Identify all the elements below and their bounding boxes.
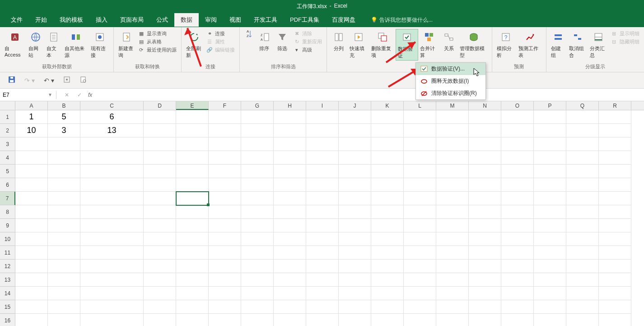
cell-R1[interactable]: [599, 110, 631, 124]
cell-O4[interactable]: [501, 151, 534, 165]
cell-B13[interactable]: [48, 273, 80, 287]
namebox-dropdown-icon[interactable]: ▼: [45, 92, 55, 97]
cell-F14[interactable]: [209, 287, 241, 300]
cell-G5[interactable]: [241, 165, 274, 178]
cell-O10[interactable]: [501, 232, 534, 246]
row-header-13[interactable]: 13: [0, 273, 15, 287]
cell-N14[interactable]: [469, 287, 501, 300]
cell-P3[interactable]: [534, 137, 566, 151]
cell-P5[interactable]: [534, 165, 566, 178]
cell-K3[interactable]: [371, 137, 404, 151]
from-web-button[interactable]: 自网站: [27, 29, 45, 60]
cell-E7[interactable]: [176, 192, 209, 205]
cell-I11[interactable]: [306, 246, 339, 260]
cell-F4[interactable]: [209, 151, 241, 165]
cell-E13[interactable]: [176, 273, 209, 287]
cell-E5[interactable]: [176, 165, 209, 178]
col-header-N[interactable]: N: [469, 101, 501, 110]
tab-templates[interactable]: 我的模板: [53, 13, 89, 27]
text-to-columns-button[interactable]: 分列: [330, 29, 348, 53]
cell-E3[interactable]: [176, 137, 209, 151]
cell-Q10[interactable]: [566, 232, 599, 246]
cell-L16[interactable]: [404, 314, 436, 326]
save-button[interactable]: [8, 76, 15, 85]
cell-H6[interactable]: [274, 178, 306, 192]
cell-P1[interactable]: [534, 110, 566, 124]
cell-H3[interactable]: [274, 137, 306, 151]
cell-M3[interactable]: [436, 137, 469, 151]
cell-A2[interactable]: 10: [15, 124, 48, 137]
cell-O3[interactable]: [501, 137, 534, 151]
cell-P2[interactable]: [534, 124, 566, 137]
cell-D9[interactable]: [144, 219, 176, 232]
cell-D15[interactable]: [144, 300, 176, 314]
cell-K8[interactable]: [371, 205, 404, 219]
cell-P8[interactable]: [534, 205, 566, 219]
cell-J9[interactable]: [339, 219, 371, 232]
cell-F16[interactable]: [209, 314, 241, 326]
cell-L12[interactable]: [404, 260, 436, 273]
cell-K11[interactable]: [371, 246, 404, 260]
cell-J8[interactable]: [339, 205, 371, 219]
cell-F7[interactable]: [209, 192, 241, 205]
cell-E6[interactable]: [176, 178, 209, 192]
cell-J6[interactable]: [339, 178, 371, 192]
tab-insert[interactable]: 插入: [89, 13, 114, 27]
cell-O13[interactable]: [501, 273, 534, 287]
row-header-15[interactable]: 15: [0, 300, 15, 314]
col-header-Q[interactable]: Q: [566, 101, 599, 110]
cell-L15[interactable]: [404, 300, 436, 314]
cell-C11[interactable]: [80, 246, 144, 260]
cell-J1[interactable]: [339, 110, 371, 124]
cell-B11[interactable]: [48, 246, 80, 260]
cell-E11[interactable]: [176, 246, 209, 260]
cell-H1[interactable]: [274, 110, 306, 124]
row-header-3[interactable]: 3: [0, 137, 15, 151]
cell-F8[interactable]: [209, 205, 241, 219]
cell-R7[interactable]: [599, 192, 631, 205]
cell-D1[interactable]: [144, 110, 176, 124]
cell-G7[interactable]: [241, 192, 274, 205]
cell-M14[interactable]: [436, 287, 469, 300]
cell-D2[interactable]: [144, 124, 176, 137]
cell-R6[interactable]: [599, 178, 631, 192]
cell-F2[interactable]: [209, 124, 241, 137]
cell-C5[interactable]: [80, 165, 144, 178]
cell-A5[interactable]: [15, 165, 48, 178]
tab-view[interactable]: 视图: [223, 13, 247, 27]
cell-H5[interactable]: [274, 165, 306, 178]
flash-fill-button[interactable]: 快速填充: [348, 29, 369, 60]
cell-M9[interactable]: [436, 219, 469, 232]
cell-L11[interactable]: [404, 246, 436, 260]
filter-button[interactable]: 筛选: [273, 29, 291, 53]
col-header-F[interactable]: F: [209, 101, 241, 110]
cell-O14[interactable]: [501, 287, 534, 300]
cell-E12[interactable]: [176, 260, 209, 273]
cell-I5[interactable]: [306, 165, 339, 178]
cell-A7[interactable]: [15, 192, 48, 205]
formula-input[interactable]: [97, 92, 638, 98]
ungroup-button[interactable]: 取消组合: [567, 29, 588, 60]
row-header-10[interactable]: 10: [0, 232, 15, 246]
col-header-I[interactable]: I: [306, 101, 339, 110]
row-header-1[interactable]: 1: [0, 110, 15, 124]
cell-L7[interactable]: [404, 192, 436, 205]
cell-I10[interactable]: [306, 232, 339, 246]
cell-I6[interactable]: [306, 178, 339, 192]
whatif-button[interactable]: ?模拟分析: [495, 29, 517, 60]
print-preview-button[interactable]: [79, 76, 87, 85]
touch-mode-button[interactable]: [63, 76, 70, 85]
col-header-M[interactable]: M: [436, 101, 469, 110]
tab-home[interactable]: 开始: [29, 13, 53, 27]
cell-G15[interactable]: [241, 300, 274, 314]
existing-connections-button[interactable]: 现有连接: [89, 29, 111, 60]
from-access-button[interactable]: A自 Access: [3, 29, 27, 58]
cell-M16[interactable]: [436, 314, 469, 326]
select-all-corner[interactable]: [0, 101, 15, 110]
cell-D5[interactable]: [144, 165, 176, 178]
col-header-E[interactable]: E: [176, 101, 209, 110]
cell-H10[interactable]: [274, 232, 306, 246]
col-header-P[interactable]: P: [534, 101, 566, 110]
cell-H2[interactable]: [274, 124, 306, 137]
cancel-formula-button[interactable]: ✕: [63, 92, 71, 98]
